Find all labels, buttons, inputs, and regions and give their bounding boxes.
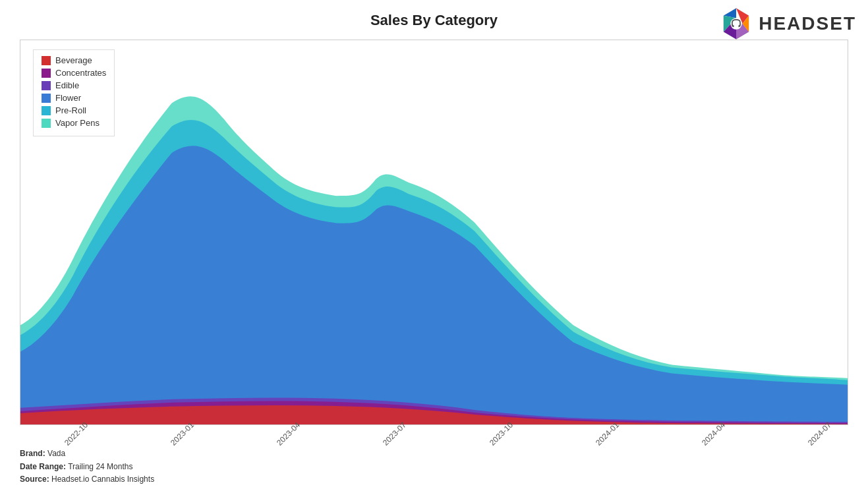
legend-label-beverage: Beverage xyxy=(55,55,92,65)
legend-label-flower: Flower xyxy=(55,93,81,103)
legend-color-edible xyxy=(42,81,51,90)
legend-color-beverage xyxy=(42,56,51,65)
legend-item-edible: Edible xyxy=(42,80,106,90)
legend-color-preroll xyxy=(42,106,51,115)
footer-brand: Brand: Vada xyxy=(20,448,154,460)
footer-source: Source: Headset.io Cannabis Insights xyxy=(20,473,154,486)
legend-color-concentrates xyxy=(42,69,51,78)
legend-color-vapor-pens xyxy=(42,119,51,128)
legend-label-edible: Edible xyxy=(55,80,79,90)
footer-date-range-label: Date Range: xyxy=(20,462,66,471)
legend-item-preroll: Pre-Roll xyxy=(42,105,106,115)
logo-area: HEADSET xyxy=(719,7,856,41)
legend-item-vapor-pens: Vapor Pens xyxy=(42,118,106,128)
legend-item-concentrates: Concentrates xyxy=(42,68,106,78)
chart-legend: Beverage Concentrates Edible Flower Pre-… xyxy=(33,49,115,136)
footer-brand-value: Vada xyxy=(47,449,65,458)
logo-text: HEADSET xyxy=(759,13,856,34)
legend-label-vapor-pens: Vapor Pens xyxy=(55,118,100,128)
chart-svg xyxy=(20,40,848,424)
legend-label-concentrates: Concentrates xyxy=(55,68,106,78)
footer-source-label: Source: xyxy=(20,475,49,484)
chart-area xyxy=(20,40,848,425)
legend-item-flower: Flower xyxy=(42,93,106,103)
footer-source-value: Headset.io Cannabis Insights xyxy=(51,475,154,484)
footer-date-range-value: Trailing 24 Months xyxy=(68,462,132,471)
legend-label-preroll: Pre-Roll xyxy=(55,105,86,115)
footer-info: Brand: Vada Date Range: Trailing 24 Mont… xyxy=(20,448,154,486)
headset-logo-icon xyxy=(719,7,753,41)
legend-item-beverage: Beverage xyxy=(42,55,106,65)
footer-brand-label: Brand: xyxy=(20,449,45,458)
footer-date-range: Date Range: Trailing 24 Months xyxy=(20,461,154,473)
legend-color-flower xyxy=(42,94,51,103)
